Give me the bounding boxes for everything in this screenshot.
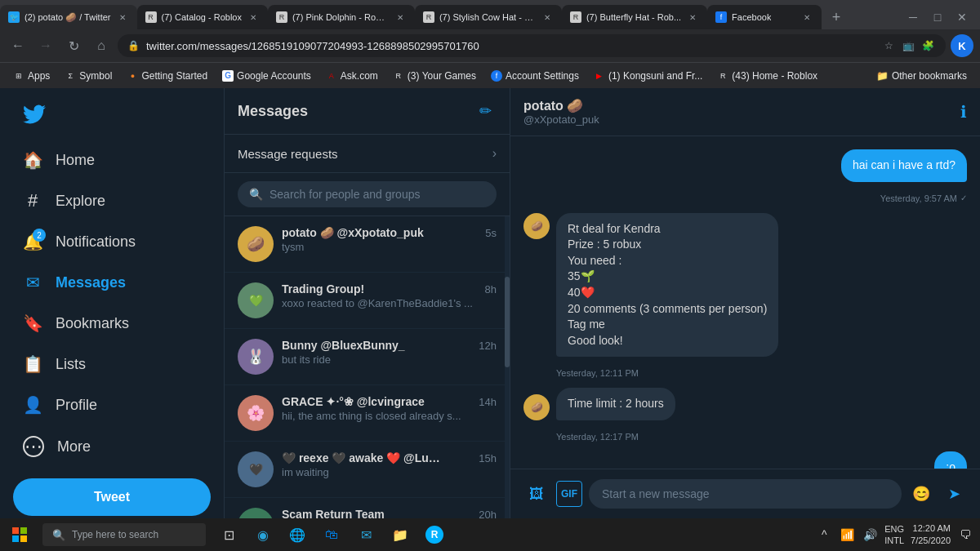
tab-6-close[interactable]: ✕ xyxy=(800,11,813,24)
bookmark-ask-label: Ask.com xyxy=(341,70,378,82)
nav-item-home[interactable]: 🏠 Home xyxy=(13,140,211,180)
explorer-taskbar-button[interactable]: 📁 xyxy=(384,518,416,551)
msg-row-1: hai can i have a rtd? xyxy=(523,149,967,182)
conv-preview-3: but its ride xyxy=(282,353,497,366)
bookmark-getting-started[interactable]: ● Getting Started xyxy=(120,67,214,85)
twitter-logo[interactable] xyxy=(13,95,211,137)
roblox-taskbar-button[interactable]: R xyxy=(418,518,451,551)
messages-title: Messages xyxy=(238,103,308,120)
star-icon[interactable]: ☆ xyxy=(880,38,897,54)
tab-2-close[interactable]: ✕ xyxy=(247,11,260,24)
conv-preview-2: xoxo reacted to @KarenTheBaddie1's ... xyxy=(282,297,497,309)
minimize-button[interactable]: ─ xyxy=(902,6,924,29)
nav-item-more[interactable]: ⋯ More xyxy=(13,426,211,467)
bookmark-home-roblox[interactable]: R (43) Home - Roblox xyxy=(710,67,824,85)
new-tab-button[interactable]: + xyxy=(825,6,848,29)
gif-icon[interactable]: GIF xyxy=(556,481,582,507)
volume-icon[interactable]: 🔊 xyxy=(862,527,878,543)
nav-item-bookmarks[interactable]: 🔖 Bookmarks xyxy=(13,304,211,343)
conversation-item-2[interactable]: 💚 Trading Group! 8h xoxo reacted to @Kar… xyxy=(225,273,510,329)
svg-rect-1 xyxy=(20,527,27,534)
bookmark-account-settings[interactable]: f Account Settings xyxy=(484,67,586,85)
clock[interactable]: 12:20 AM 7/25/2020 xyxy=(911,522,951,548)
tab-5-close[interactable]: ✕ xyxy=(686,11,699,24)
tab-1-close[interactable]: ✕ xyxy=(116,11,129,24)
bookmark-ask[interactable]: A Ask.com xyxy=(319,67,385,85)
store-taskbar-button[interactable]: 🛍 xyxy=(315,518,348,551)
home-button[interactable]: ⌂ xyxy=(90,34,113,57)
twitter-sidebar: 🏠 Home # Explore 🔔 2 Notifications ✉ Mes… xyxy=(0,88,225,518)
nav-item-lists[interactable]: 📋 Lists xyxy=(13,344,211,384)
search-input[interactable] xyxy=(270,188,485,201)
bookmark-google-accounts[interactable]: G Google Accounts xyxy=(216,67,318,85)
tab-1[interactable]: 🐦 (2) potato 🥔 / Twitter ✕ xyxy=(0,5,137,29)
conv-preview-4: hii, the amc thing is closed already s..… xyxy=(282,410,497,422)
tab-5-favicon: R xyxy=(570,11,581,23)
tab-3-close[interactable]: ✕ xyxy=(394,11,407,24)
nav-item-profile[interactable]: 👤 Profile xyxy=(13,385,211,424)
bookmark-symbol[interactable]: Σ Symbol xyxy=(58,67,118,85)
tab-4-close[interactable]: ✕ xyxy=(541,11,554,24)
profile-nav-icon: 👤 xyxy=(23,395,42,415)
conv-avatar-3: 🐰 xyxy=(238,339,274,375)
tweet-button[interactable]: Tweet xyxy=(13,478,211,516)
maximize-button[interactable]: □ xyxy=(926,6,949,29)
tab-5-title: (7) Butterfly Hat - Rob... xyxy=(586,12,681,22)
info-icon[interactable]: ℹ xyxy=(960,102,967,122)
tab-4[interactable]: R (7) Stylish Cow Hat - R... ✕ xyxy=(415,5,562,29)
conv-preview-1: tysm xyxy=(282,241,497,253)
taskbar-search[interactable]: 🔍 Type here to search xyxy=(42,523,206,546)
conv-time-2: 8h xyxy=(485,283,497,295)
message-requests-row[interactable]: Message requests › xyxy=(225,135,510,173)
bookmark-kongsuni[interactable]: ▶ (1) Kongsuni and Fr... xyxy=(587,67,709,85)
conv-content-4: GRACE ✦·°❀ @lcvingrace 14h hii, the amc … xyxy=(282,395,497,422)
back-button[interactable]: ← xyxy=(7,34,29,57)
task-view-button[interactable]: ⊡ xyxy=(212,518,245,551)
conversation-item-5[interactable]: 🖤 🖤 reexe 🖤 awake ❤️ @Luvzxreexes 15h im… xyxy=(225,442,510,498)
network-icon[interactable]: 📶 xyxy=(839,527,855,543)
emoji-icon[interactable]: 😊 xyxy=(908,481,934,507)
conv-content-1: potato 🥔 @xXpotato_puk 5s tysm xyxy=(282,226,497,253)
close-button[interactable]: ✕ xyxy=(951,6,973,29)
reload-button[interactable]: ↻ xyxy=(62,34,85,57)
conversation-item-3[interactable]: 🐰 Bunny @BluexBunny_ 12h but its ride xyxy=(225,329,510,385)
conversation-item-6[interactable]: 📢 Scam Return Team 20h & 📷 Aero ✧·:* #BL… xyxy=(225,498,510,518)
conversation-item-4[interactable]: 🌸 GRACE ✦·°❀ @lcvingrace 14h hii, the am… xyxy=(225,385,510,442)
chat-user-name: potato 🥔 xyxy=(523,98,599,113)
chat-input[interactable] xyxy=(589,479,902,509)
msg-time-2: Yesterday, 12:11 PM xyxy=(556,368,967,378)
mail-taskbar-button[interactable]: ✉ xyxy=(350,518,382,551)
forward-button[interactable]: → xyxy=(34,34,57,57)
cast-icon[interactable]: 📺 xyxy=(900,38,916,54)
profile-icon[interactable]: K xyxy=(951,34,973,57)
tab-6[interactable]: f Facebook ✕ xyxy=(707,5,822,29)
extensions-icon[interactable]: 🧩 xyxy=(920,38,936,54)
address-bar: ← → ↻ ⌂ 🔒 twitter.com/messages/126851910… xyxy=(0,29,980,62)
tab-3-title: (7) Pink Dolphin - Robl... xyxy=(292,12,389,22)
nav-item-notifications[interactable]: 🔔 2 Notifications xyxy=(13,222,211,261)
bookmark-kongsuni-label: (1) Kongsuni and Fr... xyxy=(608,70,702,82)
notification-tray-icon[interactable]: 🗨 xyxy=(957,527,973,543)
tab-3[interactable]: R (7) Pink Dolphin - Robl... ✕ xyxy=(268,5,415,29)
chevron-up-tray-icon[interactable]: ^ xyxy=(816,527,832,543)
svg-rect-3 xyxy=(20,535,27,542)
compose-button[interactable]: ✏ xyxy=(474,100,497,122)
messages-icon: ✉ xyxy=(23,273,42,292)
conv-content-5: 🖤 reexe 🖤 awake ❤️ @Luvzxreexes 15h im w… xyxy=(282,451,497,478)
other-bookmarks[interactable]: 📁 Other bookmarks xyxy=(870,67,973,85)
bookmark-apps[interactable]: ⊞ Apps xyxy=(7,67,56,85)
tab-3-favicon: R xyxy=(276,11,287,23)
image-attach-icon[interactable]: 🖼 xyxy=(523,481,550,507)
conversation-item-1[interactable]: 🥔 potato 🥔 @xXpotato_puk 5s tysm xyxy=(225,216,510,273)
send-button[interactable]: ➤ xyxy=(941,481,967,507)
messages-nav-label: Messages xyxy=(56,274,126,291)
tab-2[interactable]: R (7) Catalog - Roblox ✕ xyxy=(137,5,268,29)
nav-item-explore[interactable]: # Explore xyxy=(13,181,211,220)
tab-5[interactable]: R (7) Butterfly Hat - Rob... ✕ xyxy=(562,5,707,29)
url-bar[interactable]: 🔒 twitter.com/messages/12685191090772049… xyxy=(118,34,946,57)
bookmark-your-games[interactable]: R (3) Your Games xyxy=(386,67,483,85)
start-button[interactable] xyxy=(0,518,39,551)
cortana-button[interactable]: ◉ xyxy=(247,518,279,551)
nav-item-messages[interactable]: ✉ Messages xyxy=(13,263,211,302)
edge-taskbar-button[interactable]: 🌐 xyxy=(281,518,314,551)
